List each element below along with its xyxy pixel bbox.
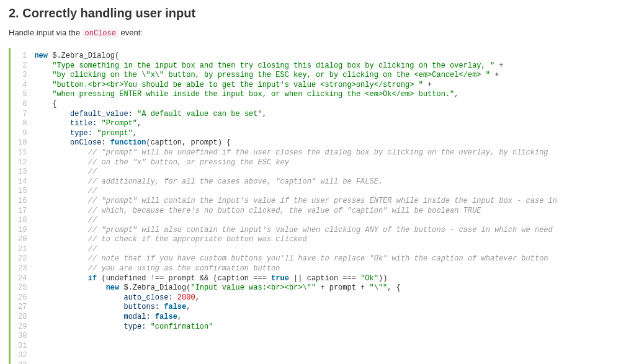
section-heading: 2. Correctly handling user input bbox=[9, 6, 630, 20]
intro-text-after: event: bbox=[118, 28, 143, 37]
code-block: 1234567891011121314151617181920212223242… bbox=[9, 48, 630, 364]
intro-paragraph: Handle input via the onClose event: bbox=[9, 28, 630, 38]
heading-number: 2. bbox=[9, 6, 19, 20]
line-number-gutter: 1234567891011121314151617181920212223242… bbox=[11, 48, 32, 364]
intro-text-before: Handle input via the bbox=[9, 28, 83, 37]
heading-text: Correctly handling user input bbox=[22, 6, 195, 20]
code-content: new $.Zebra_Dialog( "Type something in t… bbox=[32, 48, 630, 364]
intro-inline-code: onClose bbox=[83, 29, 118, 38]
